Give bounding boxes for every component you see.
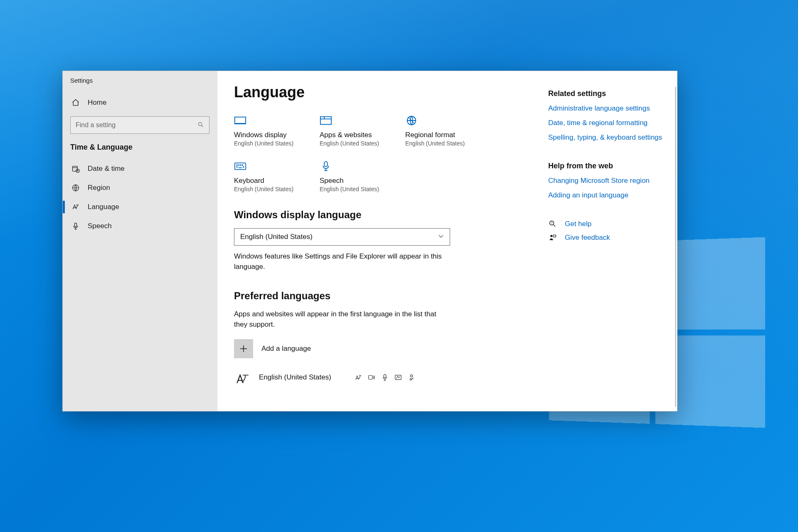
tile-label: Windows display xyxy=(234,131,309,139)
region-globe-icon xyxy=(405,114,480,127)
tile-sub: English (United States) xyxy=(234,140,309,147)
sidebar-item-label: Language xyxy=(88,203,119,211)
tile-label: Speech xyxy=(320,177,394,185)
language-row-english-us[interactable]: English (United States) xyxy=(234,369,532,386)
related-settings-heading: Related settings xyxy=(548,89,665,98)
display-language-heading: Windows display language xyxy=(234,209,532,221)
svg-point-22 xyxy=(236,167,237,167)
sidebar-item-speech[interactable]: Speech xyxy=(63,217,217,236)
svg-point-4 xyxy=(199,122,202,126)
sidebar-item-date-time[interactable]: Date & time xyxy=(63,159,217,178)
content-area: Language Windows display English (United… xyxy=(217,71,548,411)
main-panel: Language Windows display English (United… xyxy=(217,71,677,411)
tile-apps-websites[interactable]: Apps & websites English (United States) xyxy=(320,114,394,147)
sidebar-home-label: Home xyxy=(88,99,106,107)
link-spelling-typing-keyboard[interactable]: Spelling, typing, & keyboard settings xyxy=(548,133,665,143)
svg-point-23 xyxy=(243,167,244,167)
link-change-store-region[interactable]: Changing Microsoft Store region xyxy=(548,176,665,186)
tile-label: Regional format xyxy=(405,131,480,139)
svg-point-18 xyxy=(236,165,237,165)
search-icon xyxy=(197,121,204,129)
sidebar-section-title: Time & Language xyxy=(63,140,217,159)
svg-rect-6 xyxy=(73,166,78,171)
give-feedback-row[interactable]: Give feedback xyxy=(548,233,665,243)
tile-label: Keyboard xyxy=(234,177,309,185)
tile-keyboard[interactable]: Keyboard English (United States) xyxy=(234,160,309,192)
window-icon xyxy=(320,114,394,127)
speech-recognition-icon xyxy=(381,374,389,381)
overview-tiles: Windows display English (United States) … xyxy=(234,114,532,192)
home-icon xyxy=(71,98,80,107)
add-language-button[interactable]: Add a language xyxy=(234,339,311,358)
sidebar-item-language[interactable]: Language xyxy=(63,197,217,217)
help-chat-icon: ? xyxy=(548,219,557,229)
svg-rect-35 xyxy=(553,235,556,237)
link-admin-language-settings[interactable]: Administrative language settings xyxy=(548,104,665,113)
preferred-languages-heading: Preferred languages xyxy=(234,290,532,302)
sidebar-item-label: Region xyxy=(88,184,110,192)
sidebar-home[interactable]: Home xyxy=(63,93,217,112)
svg-rect-10 xyxy=(75,223,77,227)
add-language-label: Add a language xyxy=(261,345,311,353)
svg-point-31 xyxy=(410,374,412,377)
svg-text:?: ? xyxy=(551,222,552,224)
keyboard-icon xyxy=(234,160,309,172)
svg-rect-13 xyxy=(320,117,331,125)
display-pack-icon xyxy=(355,374,362,381)
settings-window: Settings Home Time & Language Date & tim… xyxy=(62,71,677,411)
preferred-languages-hint: Apps and websites will appear in the fir… xyxy=(234,309,450,330)
svg-rect-25 xyxy=(324,162,327,167)
get-help-row[interactable]: ? Get help xyxy=(548,219,665,229)
chevron-down-icon xyxy=(438,233,444,241)
display-language-hint: Windows features like Settings and File … xyxy=(234,251,450,272)
scrollbar[interactable] xyxy=(675,87,676,407)
plus-icon xyxy=(234,339,253,358)
svg-rect-11 xyxy=(235,117,246,124)
feedback-person-icon xyxy=(548,233,557,242)
svg-rect-29 xyxy=(384,374,386,377)
globe-icon xyxy=(71,183,80,192)
language-name: English (United States) xyxy=(259,373,331,382)
help-from-web-heading: Help from the web xyxy=(548,162,665,170)
tile-speech[interactable]: Speech English (United States) xyxy=(320,160,394,192)
svg-rect-28 xyxy=(369,375,372,379)
give-feedback-link[interactable]: Give feedback xyxy=(565,233,610,243)
link-add-input-language[interactable]: Adding an input language xyxy=(548,191,665,200)
sidebar: Settings Home Time & Language Date & tim… xyxy=(63,71,217,411)
page-title: Language xyxy=(234,84,532,101)
svg-rect-30 xyxy=(395,375,401,379)
calendar-clock-icon xyxy=(71,164,80,173)
tile-regional-format[interactable]: Regional format English (United States) xyxy=(405,114,480,147)
language-icon xyxy=(71,202,80,212)
svg-rect-17 xyxy=(235,163,246,170)
display-language-value: English (United States) xyxy=(240,233,313,241)
get-help-link[interactable]: Get help xyxy=(565,219,591,229)
tile-sub: English (United States) xyxy=(320,140,394,147)
svg-point-19 xyxy=(239,165,239,165)
microphone-icon xyxy=(71,222,80,231)
sidebar-item-label: Speech xyxy=(88,222,112,230)
check-icon xyxy=(408,374,415,381)
link-date-time-regional[interactable]: Date, time & regional formatting xyxy=(548,118,665,128)
language-capabilities xyxy=(355,374,532,381)
tile-windows-display[interactable]: Windows display English (United States) xyxy=(234,114,309,147)
handwriting-icon xyxy=(394,374,402,381)
text-to-speech-icon xyxy=(368,374,375,381)
search-box[interactable] xyxy=(70,116,209,134)
tile-sub: English (United States) xyxy=(234,186,309,192)
tile-sub: English (United States) xyxy=(405,140,480,147)
search-input[interactable] xyxy=(76,121,197,129)
sidebar-item-region[interactable]: Region xyxy=(63,178,217,197)
display-language-dropdown[interactable]: English (United States) xyxy=(234,228,450,246)
tile-label: Apps & websites xyxy=(320,131,394,139)
tile-sub: English (United States) xyxy=(320,186,394,192)
right-rail: Related settings Administrative language… xyxy=(548,71,677,411)
app-title: Settings xyxy=(63,74,217,93)
sidebar-item-label: Date & time xyxy=(88,165,125,173)
svg-point-20 xyxy=(240,165,241,165)
display-icon xyxy=(234,114,309,127)
microphone-icon xyxy=(320,160,394,172)
svg-point-21 xyxy=(242,165,243,165)
svg-point-34 xyxy=(550,235,552,237)
svg-line-5 xyxy=(202,126,203,127)
